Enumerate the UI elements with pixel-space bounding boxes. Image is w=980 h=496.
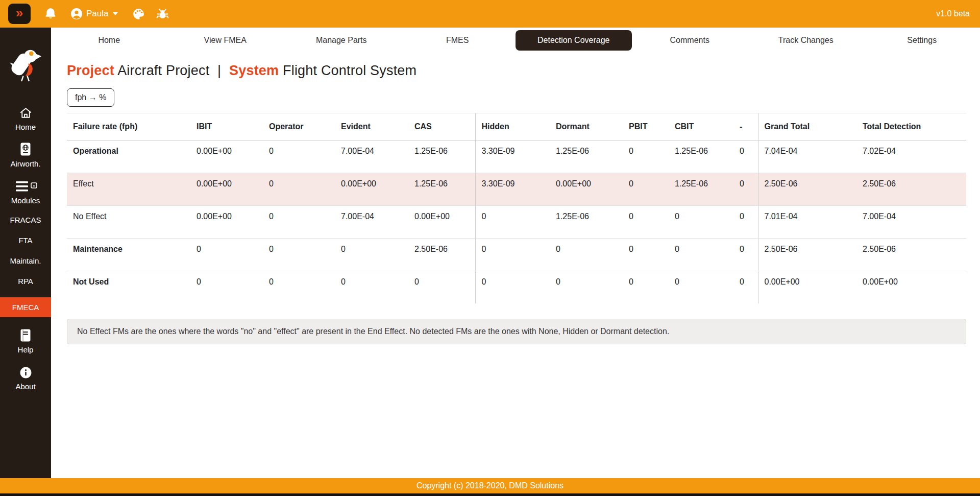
- tab-comments[interactable]: Comments: [632, 30, 748, 51]
- cell-value: 0: [669, 271, 733, 304]
- cell-value: 1.25E-06: [408, 140, 475, 173]
- column-header-operator: Operator: [263, 113, 335, 140]
- version-label: v1.0 beta: [936, 9, 970, 18]
- tab-manage-parts[interactable]: Manage Parts: [283, 30, 400, 51]
- cell-value: 2.50E-06: [408, 239, 475, 271]
- cell-value: 0.00E+00: [758, 271, 856, 304]
- cell-value: 0: [263, 271, 335, 304]
- sidebar: HomeAirworth.ModulesFRACASFTAMaintain.RP…: [0, 28, 51, 478]
- cell-value: 0: [335, 271, 408, 304]
- cell-value: 0.00E+00: [335, 173, 408, 206]
- sidebar-item-airworthiness[interactable]: Airworth.: [0, 142, 51, 168]
- main-content: HomeView FMEAManage PartsFMESDetection C…: [51, 28, 980, 478]
- sidebar-item-label: Airworth.: [10, 159, 40, 168]
- cell-value: 0: [733, 206, 758, 239]
- table-row-effect: Effect0.00E+0000.00E+001.25E-063.30E-090…: [67, 173, 966, 206]
- table-row-operational: Operational0.00E+0007.00E-041.25E-063.30…: [67, 140, 966, 173]
- cell-value: 0: [408, 271, 475, 304]
- detection-coverage-table: Failure rate (fph)IBITOperatorEvidentCAS…: [67, 113, 966, 303]
- sidebar-item-rpa[interactable]: RPA: [0, 277, 51, 286]
- cell-value: 7.00E-04: [335, 140, 408, 173]
- cell-value: 0: [263, 206, 335, 239]
- sidebar-item-home[interactable]: Home: [0, 105, 51, 131]
- tab-fmes[interactable]: FMES: [400, 30, 516, 51]
- sidebar-item-label: About: [15, 382, 35, 391]
- column-header-evident: Evident: [335, 113, 408, 140]
- palette-icon[interactable]: [132, 8, 145, 20]
- cell-value: 0: [733, 140, 758, 173]
- title-divider: |: [217, 63, 221, 78]
- cell-value: 0: [550, 239, 623, 271]
- sidebar-item-maintain[interactable]: Maintain.: [0, 256, 51, 265]
- no-effect-explanation-note: No Effect FMs are the ones where the wor…: [67, 319, 966, 344]
- cell-value: 0: [669, 239, 733, 271]
- column-header-total-detection: Total Detection: [856, 113, 966, 140]
- detection-coverage-table-wrap: Failure rate (fph)IBITOperatorEvidentCAS…: [67, 113, 966, 303]
- sidebar-item-label: Maintain.: [10, 256, 41, 265]
- copyright-text: Copyright (c) 2018-2020, DMD Solutions: [416, 481, 564, 490]
- column-header-failure-rate-fph-: Failure rate (fph): [67, 113, 190, 140]
- sidebar-item-fmeca[interactable]: FMECA: [0, 297, 51, 317]
- sidebar-item-fta[interactable]: FTA: [0, 236, 51, 245]
- cell-value: 0.00E+00: [190, 206, 263, 239]
- table-row-not-used: Not Used0000000000.00E+000.00E+00: [67, 271, 966, 304]
- sidebar-expand-button[interactable]: »: [8, 4, 31, 24]
- top-bar: » Paula v1.0 beta: [0, 0, 980, 28]
- cell-value: 0: [733, 271, 758, 304]
- row-label: Effect: [67, 173, 190, 206]
- cell-value: 2.50E-06: [758, 173, 856, 206]
- sidebar-item-help[interactable]: Help: [0, 328, 51, 354]
- cell-value: 0.00E+00: [190, 173, 263, 206]
- cell-value: 0: [263, 239, 335, 271]
- cell-value: 0: [550, 271, 623, 304]
- tab-track-changes[interactable]: Track Changes: [748, 30, 864, 51]
- cell-value: 1.25E-06: [669, 140, 733, 173]
- sidebar-item-modules[interactable]: Modules: [0, 179, 51, 205]
- project-label: Project: [67, 63, 114, 78]
- cell-value: 0: [335, 239, 408, 271]
- cell-value: 7.04E-04: [758, 140, 856, 173]
- system-name: Flight Control System: [283, 63, 416, 78]
- cell-value: 7.00E-04: [335, 206, 408, 239]
- cell-value: 0.00E+00: [856, 271, 966, 304]
- column-header-dormant: Dormant: [550, 113, 623, 140]
- project-name: Aircraft Project: [117, 63, 209, 78]
- fph-to-percent-toggle-button[interactable]: fph → %: [67, 88, 114, 107]
- tab-detection-coverage[interactable]: Detection Coverage: [516, 30, 632, 51]
- sidebar-item-label: Modules: [11, 196, 40, 205]
- cell-value: 0: [190, 271, 263, 304]
- table-row-no-effect: No Effect0.00E+0007.00E-040.00E+0001.25E…: [67, 206, 966, 239]
- tab-view-fmea[interactable]: View FMEA: [167, 30, 284, 51]
- column-header-ibit: IBIT: [190, 113, 263, 140]
- info-icon: [19, 365, 32, 379]
- cell-value: 1.25E-06: [550, 140, 623, 173]
- bird-logo[interactable]: [9, 47, 42, 83]
- cell-value: 0: [733, 173, 758, 206]
- cell-value: 1.25E-06: [550, 206, 623, 239]
- cell-value: 0: [475, 206, 550, 239]
- column-header-cas: CAS: [408, 113, 475, 140]
- cell-value: 3.30E-09: [475, 140, 550, 173]
- passport-icon: [19, 142, 32, 156]
- tab-settings[interactable]: Settings: [864, 30, 980, 51]
- user-icon: [70, 8, 83, 20]
- column-header--: -: [733, 113, 758, 140]
- bug-icon[interactable]: [156, 8, 169, 20]
- cell-value: 2.50E-06: [856, 239, 966, 271]
- sidebar-item-label: Home: [15, 123, 36, 131]
- sidebar-nav: HomeAirworth.ModulesFRACASFTAMaintain.RP…: [0, 105, 51, 401]
- system-label: System: [229, 63, 279, 78]
- user-name: Paula: [86, 9, 108, 19]
- cell-value: 7.02E-04: [856, 140, 966, 173]
- sidebar-item-fracas[interactable]: FRACAS: [0, 216, 51, 224]
- page-title: Project Aircraft Project | System Flight…: [67, 63, 980, 79]
- user-menu[interactable]: Paula: [70, 8, 118, 20]
- column-header-pbit: PBIT: [623, 113, 669, 140]
- bell-icon[interactable]: [44, 7, 57, 20]
- cell-value: 0: [263, 173, 335, 206]
- row-label: Not Used: [67, 271, 190, 304]
- tab-home[interactable]: Home: [51, 30, 167, 51]
- sidebar-item-about[interactable]: About: [0, 365, 51, 391]
- cell-value: 1.25E-06: [408, 173, 475, 206]
- cell-value: 0.00E+00: [408, 206, 475, 239]
